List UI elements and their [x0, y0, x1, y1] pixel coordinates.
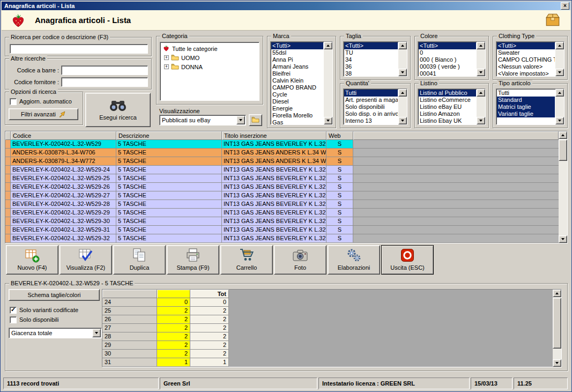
scroll-down-button[interactable] — [398, 69, 407, 76]
scroll-up-button[interactable] — [477, 42, 485, 49]
qty-cell[interactable]: 2 — [157, 307, 190, 315]
header-codice[interactable]: Codice — [11, 131, 116, 140]
list-item[interactable]: Listino al Pubblico — [419, 90, 476, 97]
list-item[interactable]: Fiorella Morello — [271, 112, 323, 119]
expand-icon[interactable]: + — [164, 64, 169, 69]
table-row[interactable]: BEVERLEY-K-020402-L.32-W529 5 TASCHE INT… — [5, 140, 559, 149]
scroll-down-button[interactable] — [559, 235, 567, 243]
tree-item-donna[interactable]: + DONNA — [161, 62, 258, 71]
list-item[interactable]: 34 — [344, 56, 398, 63]
scroll-up-button[interactable] — [555, 42, 564, 49]
table-row[interactable]: ANDERS-K-030879-L.34-W706 5 TASCHE INT13… — [5, 149, 559, 157]
cart-button[interactable]: Carrello — [220, 245, 273, 275]
list-item[interactable]: <Tutti> — [419, 42, 476, 49]
list-item[interactable]: Listino Amazon — [419, 110, 476, 117]
combo-dropdown-button[interactable] — [236, 116, 245, 124]
qty-cell[interactable]: 1 — [157, 358, 190, 367]
titlebar[interactable]: Anagrafica articoli - Lista × — [2, 2, 570, 10]
list-item[interactable]: Interno 13 — [344, 117, 398, 124]
list-item[interactable]: CAMPO BRAND — [271, 84, 323, 91]
package-icon[interactable] — [545, 12, 561, 29]
checkbox-icon[interactable] — [10, 316, 17, 323]
header-titolo[interactable]: Titolo inserzione — [222, 131, 326, 140]
qty-cell[interactable]: 2 — [157, 324, 190, 332]
checkbox-icon[interactable]: ✓ — [10, 307, 17, 314]
list-item[interactable]: Solo disponibili — [344, 103, 398, 110]
list-item[interactable]: Solo disp. o in arrivo — [344, 110, 398, 117]
list-item[interactable]: Art. presenti a maga — [344, 97, 398, 103]
qty-cell[interactable]: 2 — [157, 350, 190, 358]
clothing-type-scrollbar[interactable] — [555, 42, 564, 76]
list-item[interactable]: Armani Jeans — [271, 63, 323, 70]
exit-button[interactable]: Uscita (ESC) — [381, 245, 434, 275]
scrollbar-thumb[interactable] — [553, 298, 561, 349]
code-search-input[interactable] — [10, 44, 148, 54]
scroll-down-button[interactable] — [477, 69, 485, 76]
qty-cell[interactable]: 2 — [157, 341, 190, 350]
only-coded-variants-checkbox[interactable]: ✓ Solo varianti codificate — [10, 306, 78, 314]
list-item[interactable]: Sweater — [497, 49, 555, 56]
header-web[interactable]: Web — [326, 131, 353, 140]
auto-update-checkbox[interactable]: Aggiorn. automatico — [10, 98, 72, 105]
tipo-articolo-listbox[interactable]: TuttiStandardMatrici taglieVarianti tagl… — [496, 88, 564, 125]
list-item[interactable]: Energie — [271, 105, 323, 112]
list-item[interactable]: Matrici taglie — [497, 103, 555, 110]
table-row[interactable]: BEVERLEY-K-020402-L.32-W529-27 5 TASCHE … — [5, 191, 559, 200]
open-folder-button[interactable] — [249, 114, 262, 126]
list-item[interactable]: Bleifrei — [271, 70, 323, 77]
quantita-scrollbar[interactable] — [398, 89, 407, 124]
colore-listbox[interactable]: <Tutti>0000 ( Bianco )00039 ( verde )000… — [418, 41, 486, 77]
table-row[interactable]: BEVERLEY-K-020402-L.32-W529-32 5 TASCHE … — [5, 234, 559, 243]
tipo-articolo-scrollbar[interactable] — [555, 89, 564, 124]
qty-cell[interactable]: 0 — [157, 298, 190, 307]
scroll-up-button[interactable] — [324, 42, 332, 49]
listino-scrollbar[interactable] — [477, 89, 485, 124]
list-item[interactable]: Tutti — [497, 90, 555, 97]
category-tree[interactable]: Tutte le categorie + UOMO + DONNA — [160, 42, 259, 101]
supplier-input[interactable] — [61, 77, 148, 87]
articles-grid[interactable]: Codice Descrizione Titolo inserzione Web… — [5, 131, 568, 243]
list-item[interactable]: Gas — [271, 119, 323, 125]
duplicate-button[interactable]: Duplica — [113, 245, 166, 275]
list-item[interactable]: Calvin Klein — [271, 77, 323, 84]
qty-cell[interactable]: 2 — [157, 332, 190, 341]
grid-scrollbar[interactable] — [559, 131, 567, 243]
list-item[interactable]: <Tutti> — [497, 42, 555, 49]
table-row[interactable]: BEVERLEY-K-020402-L.32-W529-30 5 TASCHE … — [5, 217, 559, 226]
list-item[interactable]: Listino eCommerce — [419, 97, 476, 103]
list-item[interactable]: Diesel — [271, 98, 323, 105]
combo-dropdown-button[interactable] — [92, 329, 101, 337]
table-row[interactable]: BEVERLEY-K-020402-L.32-W529-26 5 TASCHE … — [5, 183, 559, 191]
table-row[interactable]: BEVERLEY-K-020402-L.32-W529-24 5 TASCHE … — [5, 166, 559, 174]
scroll-up-button[interactable] — [553, 290, 561, 297]
scroll-down-button[interactable] — [553, 359, 561, 367]
list-item[interactable]: 0 — [419, 49, 476, 56]
list-item[interactable]: Listino Ebay UK — [419, 117, 476, 124]
checkbox-icon[interactable] — [10, 98, 17, 105]
colore-scrollbar[interactable] — [477, 42, 485, 76]
quantita-listbox[interactable]: TuttiArt. presenti a magaSolo disponibil… — [343, 88, 407, 125]
list-item[interactable]: 00041 — [419, 70, 476, 77]
list-item[interactable]: Anna Pi — [271, 56, 323, 63]
scroll-up-button[interactable] — [555, 89, 564, 97]
advanced-filters-button[interactable]: Filtri avanzati — [9, 108, 78, 120]
marca-scrollbar[interactable] — [324, 42, 332, 124]
scroll-up-button[interactable] — [398, 89, 407, 97]
list-item[interactable]: <Tutti> — [344, 42, 398, 49]
scroll-up-button[interactable] — [559, 131, 567, 139]
list-item[interactable]: Tutti — [344, 90, 398, 97]
scroll-up-button[interactable] — [477, 89, 485, 97]
expand-icon[interactable]: + — [164, 55, 169, 60]
scroll-down-button[interactable] — [555, 117, 564, 124]
photo-button[interactable]: Foto — [274, 245, 326, 275]
scrollbar-thumb[interactable] — [559, 139, 567, 161]
scroll-down-button[interactable] — [477, 117, 485, 124]
table-row[interactable]: ANDERS-K-030879-L.34-W772 5 TASCHE INT13… — [5, 157, 559, 166]
tree-item-uomo[interactable]: + UOMO — [161, 53, 258, 62]
qty-cell[interactable]: 2 — [157, 315, 190, 324]
list-item[interactable]: Varianti taglie — [497, 110, 555, 117]
list-item[interactable]: 00039 ( verde ) — [419, 63, 476, 70]
list-item[interactable]: <Valore impostato> — [497, 70, 555, 77]
size-table-scrollbar[interactable] — [553, 290, 561, 367]
list-item[interactable]: Cycle — [271, 91, 323, 98]
